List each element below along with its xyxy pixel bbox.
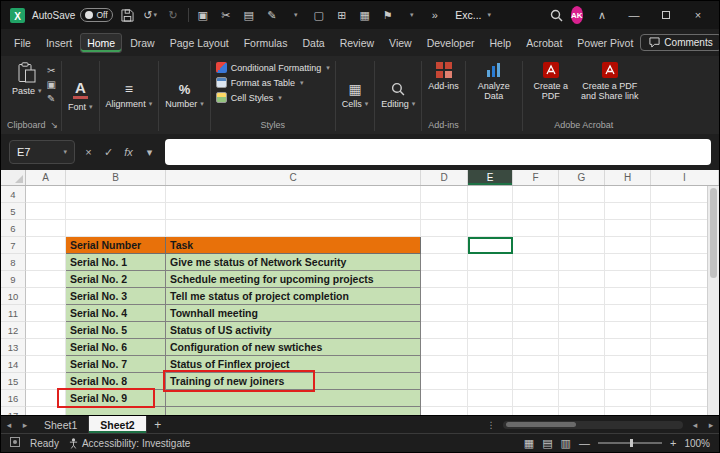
column-header-B[interactable]: B <box>66 170 166 185</box>
table-button[interactable]: ⊞ <box>333 5 350 25</box>
zoom-in-button[interactable]: + <box>670 437 676 449</box>
minimize-button[interactable]: — <box>621 1 647 29</box>
view-page-layout-button[interactable]: ▤ <box>542 437 552 450</box>
view-page-break-button[interactable]: ▥ <box>561 437 571 450</box>
column-header-I[interactable]: I <box>651 170 719 185</box>
name-box[interactable]: E7 ▾ <box>9 140 75 164</box>
cell-F12[interactable] <box>513 322 559 339</box>
cell-H10[interactable] <box>605 288 651 305</box>
cell-C12[interactable]: Status of US activity <box>166 322 421 339</box>
cell-F13[interactable] <box>513 339 559 356</box>
zoom-level[interactable]: 100% <box>684 438 710 449</box>
row-header-8[interactable]: 8 <box>1 254 26 271</box>
horizontal-scrollbar[interactable] <box>503 421 683 429</box>
cell-B16[interactable]: Serial No. 9 <box>66 390 166 407</box>
cell-B8[interactable]: Serial No. 1 <box>66 254 166 271</box>
cell-F10[interactable] <box>513 288 559 305</box>
cell-D5[interactable] <box>421 203 468 220</box>
menu-tab-draw[interactable]: Draw <box>123 33 162 53</box>
addins-button[interactable]: Add-ins <box>425 59 462 94</box>
cell-B15[interactable]: Serial No. 8 <box>66 373 166 390</box>
cell-C15[interactable]: Training of new joiners <box>166 373 421 390</box>
select-all-button[interactable] <box>1 170 26 185</box>
cells-button[interactable]: ▦ Cells▾ <box>339 79 372 112</box>
cancel-button[interactable]: × <box>82 146 95 158</box>
number-button[interactable]: % Number▾ <box>162 80 207 112</box>
cell-B17[interactable] <box>66 407 166 415</box>
column-header-G[interactable]: G <box>559 170 605 185</box>
cell-F7[interactable] <box>513 237 559 254</box>
cell-D8[interactable] <box>421 254 468 271</box>
cell-B6[interactable] <box>66 220 166 237</box>
cell-F4[interactable] <box>513 186 559 203</box>
horizontal-scrollbar-thumb[interactable] <box>506 422 576 427</box>
cell-E17[interactable] <box>468 407 513 415</box>
row-header-9[interactable]: 9 <box>1 271 26 288</box>
paste-quick-button[interactable]: ▤ <box>240 5 257 25</box>
cell-A10[interactable] <box>26 288 66 305</box>
cell-G4[interactable] <box>559 186 605 203</box>
cell-A15[interactable] <box>26 373 66 390</box>
format-painter-button[interactable]: ✎ <box>47 94 56 104</box>
cell-D7[interactable] <box>421 237 468 254</box>
menu-tab-page-layout[interactable]: Page Layout <box>163 33 236 53</box>
cell-C5[interactable] <box>166 203 421 220</box>
formula-input[interactable] <box>165 139 711 165</box>
cell-B5[interactable] <box>66 203 166 220</box>
column-header-E[interactable]: E <box>468 170 513 185</box>
cell-H7[interactable] <box>605 237 651 254</box>
cell-E14[interactable] <box>468 356 513 373</box>
row-header-14[interactable]: 14 <box>1 356 26 373</box>
cell-A4[interactable] <box>26 186 66 203</box>
menu-tab-home[interactable]: Home <box>80 33 122 53</box>
cell-E8[interactable] <box>468 254 513 271</box>
cell-F5[interactable] <box>513 203 559 220</box>
cell-H16[interactable] <box>605 390 651 407</box>
insert-function-button[interactable]: fx <box>122 146 135 158</box>
menu-tab-review[interactable]: Review <box>333 33 381 53</box>
zoom-slider-thumb[interactable] <box>630 439 633 447</box>
cell-D13[interactable] <box>421 339 468 356</box>
cell-F14[interactable] <box>513 356 559 373</box>
cell-G16[interactable] <box>559 390 605 407</box>
row-header-17[interactable]: 17 <box>1 407 26 415</box>
row-header-15[interactable]: 15 <box>1 373 26 390</box>
cell-D6[interactable] <box>421 220 468 237</box>
menu-tab-acrobat[interactable]: Acrobat <box>519 33 569 53</box>
cell-A17[interactable] <box>26 407 66 415</box>
accessibility-status[interactable]: Accessibility: Investigate <box>69 438 190 449</box>
column-header-H[interactable]: H <box>605 170 651 185</box>
column-header-C[interactable]: C <box>166 170 421 185</box>
cell-F9[interactable] <box>513 271 559 288</box>
cell-E11[interactable] <box>468 305 513 322</box>
cell-F8[interactable] <box>513 254 559 271</box>
autosave-toggle[interactable]: AutoSave Off <box>32 8 113 22</box>
format-painter-button[interactable]: ✎ <box>263 5 280 25</box>
cell-D4[interactable] <box>421 186 468 203</box>
maximize-button[interactable] <box>653 1 679 29</box>
cell-D14[interactable] <box>421 356 468 373</box>
cell-D17[interactable] <box>421 407 468 415</box>
chevron-down-icon[interactable]: ▾ <box>287 5 304 25</box>
create-pdf-share-button[interactable]: Create a PDF and Share link <box>578 59 642 105</box>
cell-B4[interactable] <box>66 186 166 203</box>
zoom-slider[interactable] <box>598 442 662 444</box>
sheet-tab-sheet2[interactable]: Sheet2 <box>89 416 146 433</box>
cell-C14[interactable]: Status of Finflex project <box>166 356 421 373</box>
new-file-button[interactable]: ▢ <box>310 5 327 25</box>
cell-G9[interactable] <box>559 271 605 288</box>
enter-button[interactable]: ✓ <box>102 146 115 159</box>
font-button[interactable]: A Font▾ <box>65 77 96 115</box>
chevron-down-icon[interactable]: ▾ <box>403 5 420 25</box>
cell-F6[interactable] <box>513 220 559 237</box>
copy-button[interactable]: ▣ <box>47 80 56 90</box>
menu-tab-power-pivot[interactable]: Power Pivot <box>570 33 640 53</box>
cell-C4[interactable] <box>166 186 421 203</box>
view-normal-button[interactable]: ▦ <box>524 437 534 450</box>
cell-E13[interactable] <box>468 339 513 356</box>
grid-button[interactable]: ▦ <box>356 5 373 25</box>
cell-A12[interactable] <box>26 322 66 339</box>
menu-tab-data[interactable]: Data <box>295 33 331 53</box>
row-header-7[interactable]: 7 <box>1 237 26 254</box>
cell-F11[interactable] <box>513 305 559 322</box>
